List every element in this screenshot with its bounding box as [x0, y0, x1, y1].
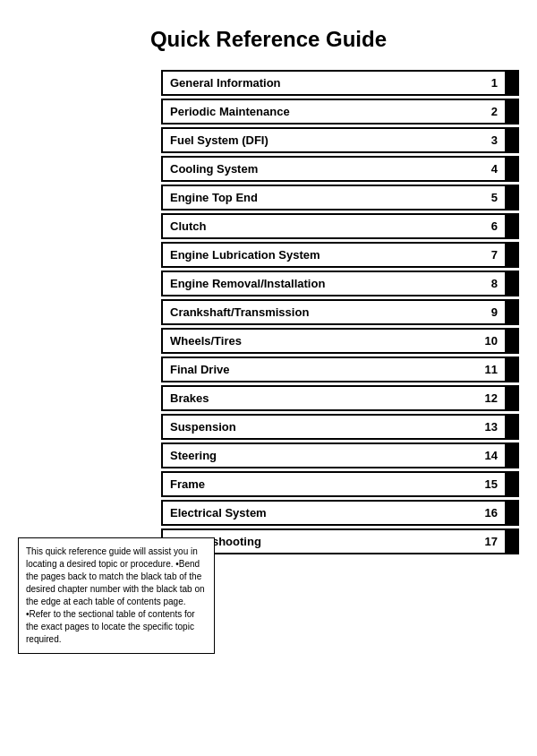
title-section: Quick Reference Guide — [0, 0, 537, 70]
toc-item-number: 11 — [478, 358, 505, 381]
toc-item-tab — [505, 244, 517, 266]
page: Quick Reference Guide General Informatio… — [0, 0, 537, 756]
sidebar-note: This quick reference guide will assist y… — [18, 537, 215, 654]
toc-item-label: Fuel System (DFI) — [163, 129, 478, 151]
toc-item-tab — [505, 158, 517, 180]
toc-item-number: 15 — [478, 473, 505, 495]
toc-item[interactable]: Clutch6 — [161, 213, 519, 239]
toc-item-label: Suspension — [163, 416, 478, 438]
toc-item-tab — [505, 215, 517, 237]
toc-item-label: Cooling System — [163, 158, 478, 180]
toc-item-tab — [505, 502, 517, 524]
toc-item-label: Engine Top End — [163, 186, 478, 209]
sidebar-note-text: This quick reference guide will assist y… — [26, 546, 207, 646]
content-area: General Information1Periodic Maintenance… — [0, 70, 537, 557]
toc-item-tab — [505, 416, 517, 438]
toc-item-label: Engine Removal/Installation — [163, 272, 478, 295]
toc-item[interactable]: Suspension13 — [161, 414, 519, 440]
toc-item-label: Electrical System — [163, 502, 478, 524]
toc-item-number: 8 — [478, 272, 505, 295]
toc-item-number: 14 — [478, 444, 505, 467]
toc-item-number: 7 — [478, 244, 505, 266]
toc-item-label: Final Drive — [163, 358, 478, 381]
toc-item[interactable]: Cooling System4 — [161, 156, 519, 182]
toc-item[interactable]: Engine Top End5 — [161, 185, 519, 210]
toc-item[interactable]: Brakes12 — [161, 385, 519, 411]
toc-section: General Information1Periodic Maintenance… — [161, 70, 519, 557]
toc-item-tab — [505, 272, 517, 295]
toc-item-number: 12 — [478, 387, 505, 409]
toc-item-tab — [505, 330, 517, 352]
toc-item-label: Frame — [163, 473, 478, 495]
toc-item-label: Wheels/Tires — [163, 330, 478, 352]
toc-item[interactable]: Engine Removal/Installation8 — [161, 271, 519, 296]
toc-item-number: 17 — [478, 530, 505, 553]
toc-item-number: 2 — [478, 100, 505, 123]
toc-item-number: 9 — [478, 301, 505, 323]
toc-item-label: Crankshaft/Transmission — [163, 301, 478, 323]
toc-item-number: 16 — [478, 502, 505, 524]
toc-item-label: Periodic Maintenance — [163, 100, 478, 123]
toc-item-label: General Information — [163, 72, 478, 94]
toc-item-number: 5 — [478, 186, 505, 209]
toc-item[interactable]: Frame15 — [161, 471, 519, 497]
toc-item-tab — [505, 387, 517, 409]
toc-item-number: 3 — [478, 129, 505, 151]
toc-item[interactable]: Wheels/Tires10 — [161, 328, 519, 354]
toc-item[interactable]: Final Drive11 — [161, 357, 519, 382]
toc-item-number: 6 — [478, 215, 505, 237]
toc-item-tab — [505, 530, 517, 553]
toc-item-tab — [505, 186, 517, 209]
toc-item-tab — [505, 100, 517, 123]
toc-item-label: Engine Lubrication System — [163, 244, 478, 266]
toc-item-tab — [505, 358, 517, 381]
toc-item[interactable]: Steering14 — [161, 442, 519, 468]
toc-item[interactable]: Engine Lubrication System7 — [161, 242, 519, 268]
toc-item[interactable]: Electrical System16 — [161, 500, 519, 526]
toc-item-tab — [505, 473, 517, 495]
toc-item-number: 10 — [478, 330, 505, 352]
toc-item-number: 4 — [478, 158, 505, 180]
toc-item-number: 13 — [478, 416, 505, 438]
toc-item-tab — [505, 129, 517, 151]
toc-item[interactable]: Fuel System (DFI)3 — [161, 127, 519, 153]
toc-item[interactable]: General Information1 — [161, 70, 519, 96]
toc-item[interactable]: Crankshaft/Transmission9 — [161, 299, 519, 325]
toc-item[interactable]: Periodic Maintenance2 — [161, 99, 519, 125]
toc-item-label: Clutch — [163, 215, 478, 237]
toc-item-tab — [505, 444, 517, 467]
toc-item[interactable]: Troubleshooting17 — [161, 528, 519, 554]
toc-item-number: 1 — [478, 72, 505, 94]
toc-item-label: Brakes — [163, 387, 478, 409]
toc-item-tab — [505, 301, 517, 323]
page-title: Quick Reference Guide — [18, 27, 519, 52]
toc-item-tab — [505, 72, 517, 94]
toc-item-label: Steering — [163, 444, 478, 467]
